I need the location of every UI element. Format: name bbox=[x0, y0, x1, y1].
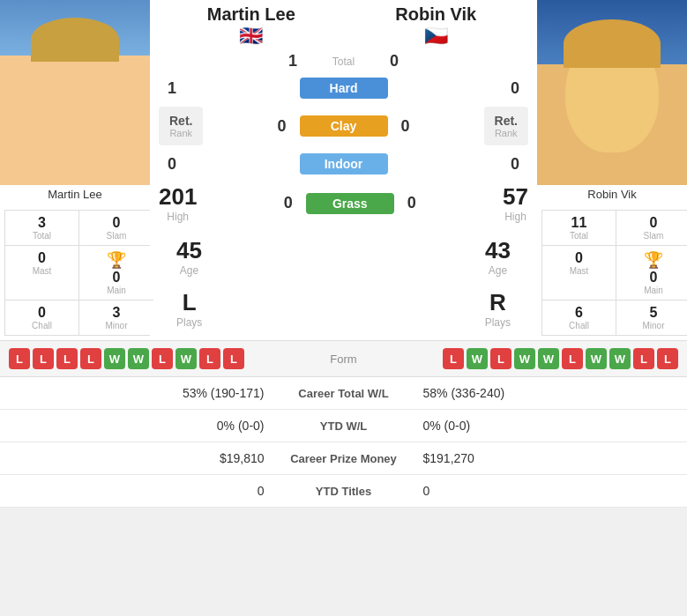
stat-left-1: 0% (0-0) bbox=[13, 419, 265, 433]
clay-center: 0 Clay 0 bbox=[269, 115, 419, 137]
left-form-badge-4: W bbox=[104, 348, 125, 369]
left-mast-cell: 0 Mast bbox=[5, 246, 79, 301]
left-trophy-icon: 🏆 bbox=[107, 250, 126, 270]
left-form-badge-8: L bbox=[199, 348, 220, 369]
left-form-badge-7: W bbox=[175, 348, 197, 369]
grass-left-score: 0 bbox=[275, 194, 302, 212]
hard-right-score: 0 bbox=[502, 79, 528, 98]
left-age-lbl: Age bbox=[176, 264, 202, 277]
main-container: Martin Lee 3 Total 0 Slam 0 Mast 🏆 0 bbox=[0, 0, 687, 508]
stats-section: 53% (190-171)Career Total W/L58% (336-24… bbox=[0, 377, 687, 508]
right-form-badge-2: L bbox=[490, 348, 512, 369]
right-high-lbl: High bbox=[503, 211, 528, 223]
clay-score-row: 0 Clay 0 bbox=[269, 115, 419, 137]
form-label: Form bbox=[309, 353, 379, 366]
right-player-panel: Robin Vik 11 Total 0 Slam 0 Mast 🏆 0 bbox=[537, 0, 687, 340]
right-slam-lbl: Slam bbox=[644, 231, 664, 241]
high-grass-row: 201 High 0 Grass 0 57 High bbox=[150, 177, 537, 229]
right-chall-lbl: Chall bbox=[569, 321, 589, 330]
indoor-row: 0 Indoor 0 bbox=[150, 151, 537, 177]
left-trophy-cell: 🏆 0 Main bbox=[79, 246, 153, 301]
right-form-badge-3: W bbox=[514, 348, 535, 369]
surface-scores: 1 Hard 0 Ret. Rank 0 Clay 0 bbox=[150, 75, 537, 340]
grass-center: 0 Grass 0 bbox=[275, 193, 425, 214]
indoor-left-score: 0 bbox=[159, 155, 185, 174]
left-slam-val: 0 bbox=[113, 215, 121, 231]
clay-right-score: 0 bbox=[392, 117, 419, 136]
left-plays-block: L Plays bbox=[176, 285, 202, 333]
left-form-badge-9: L bbox=[223, 348, 244, 369]
right-name-area: Robin Vik 🇨🇿 bbox=[344, 4, 529, 48]
right-minor-val: 5 bbox=[650, 305, 658, 321]
stat-row-1: 0% (0-0)YTD W/L0% (0-0) bbox=[0, 410, 687, 442]
stat-right-0: 58% (336-240) bbox=[423, 386, 675, 400]
right-form-badge-8: L bbox=[633, 348, 654, 369]
right-age-val: 43 bbox=[485, 237, 511, 264]
left-total-val: 3 bbox=[38, 215, 46, 231]
hard-surface-btn: Hard bbox=[300, 78, 388, 99]
left-player-name: Martin Lee bbox=[207, 4, 295, 25]
right-main-val: 0 bbox=[650, 270, 658, 286]
ret-rank-row: Ret. Rank 0 Clay 0 Ret. Rank bbox=[150, 101, 537, 151]
left-total-lbl: Total bbox=[33, 231, 51, 241]
left-chall-lbl: Chall bbox=[32, 321, 52, 330]
left-form-badge-3: L bbox=[80, 348, 101, 369]
left-form-badge-0: L bbox=[9, 348, 30, 369]
right-form-badge-0: L bbox=[443, 348, 464, 369]
left-form-badge-2: L bbox=[56, 348, 78, 369]
right-mast-cell: 0 Mast bbox=[542, 246, 616, 301]
right-age-block: 43 Age bbox=[485, 233, 511, 281]
left-main-lbl: Main bbox=[107, 286, 126, 295]
form-section: LLLLWWLWLL Form LWLWWLWWLL bbox=[0, 340, 687, 377]
left-main-val: 0 bbox=[113, 270, 121, 286]
indoor-surface-btn: Indoor bbox=[300, 153, 388, 174]
right-form-badge-1: W bbox=[467, 348, 488, 369]
right-chall-cell: 6 Chall bbox=[542, 301, 616, 335]
left-stats-grid: 3 Total 0 Slam 0 Mast 🏆 0 Main 0 bbox=[4, 210, 154, 336]
left-minor-cell: 3 Minor bbox=[79, 301, 153, 335]
players-layout: Martin Lee 3 Total 0 Slam 0 Mast 🏆 0 bbox=[0, 0, 687, 340]
plays-row: L Plays R Plays bbox=[150, 281, 537, 340]
stat-left-3: 0 bbox=[13, 484, 265, 498]
right-flag: 🇨🇿 bbox=[424, 25, 448, 48]
stat-right-1: 0% (0-0) bbox=[423, 419, 675, 433]
right-high-val: 57 bbox=[503, 183, 528, 211]
stat-row-0: 53% (190-171)Career Total W/L58% (336-24… bbox=[0, 377, 687, 410]
clay-surface-btn: Clay bbox=[300, 115, 388, 137]
right-form-badges: LWLWWLWWLL bbox=[379, 348, 679, 369]
left-mast-lbl: Mast bbox=[33, 266, 52, 276]
right-player-photo bbox=[537, 0, 687, 185]
stat-center-1: YTD W/L bbox=[265, 419, 423, 433]
left-slam-lbl: Slam bbox=[107, 231, 127, 241]
player-names-row: Martin Lee 🇬🇧 Robin Vik 🇨🇿 bbox=[150, 0, 537, 48]
right-form-badge-5: L bbox=[562, 348, 583, 369]
right-form-badge-9: L bbox=[657, 348, 678, 369]
left-form-badges: LLLLWWLWLL bbox=[9, 348, 309, 369]
left-ret-rank: Ret. Rank bbox=[159, 107, 203, 145]
stat-center-2: Career Prize Money bbox=[265, 452, 423, 465]
left-total-score: 1 bbox=[278, 52, 309, 71]
left-plays-lbl: Plays bbox=[176, 316, 202, 329]
right-trophy-cell: 🏆 0 Main bbox=[616, 246, 687, 301]
stat-center-3: YTD Titles bbox=[265, 485, 423, 498]
left-player-panel: Martin Lee 3 Total 0 Slam 0 Mast 🏆 0 bbox=[0, 0, 150, 340]
left-age-block: 45 Age bbox=[176, 233, 202, 281]
stat-right-2: $191,270 bbox=[423, 451, 675, 465]
right-player-name-below: Robin Vik bbox=[537, 185, 687, 205]
total-label: Total bbox=[309, 56, 379, 68]
stat-center-0: Career Total W/L bbox=[265, 387, 423, 400]
right-ret-lbl: Rank bbox=[495, 128, 518, 138]
left-chall-cell: 0 Chall bbox=[5, 301, 79, 335]
left-player-name-below: Martin Lee bbox=[0, 185, 150, 205]
hard-row: 1 Hard 0 bbox=[150, 75, 537, 101]
right-trophy-icon: 🏆 bbox=[644, 250, 663, 270]
left-ret-val: Ret. bbox=[169, 114, 192, 128]
right-slam-cell: 0 Slam bbox=[616, 211, 687, 246]
right-high-block: 57 High bbox=[503, 179, 528, 227]
right-chall-val: 6 bbox=[575, 305, 583, 321]
left-mast-val: 0 bbox=[38, 250, 46, 266]
right-ret-val: Ret. bbox=[495, 114, 518, 128]
right-form-badge-4: W bbox=[538, 348, 559, 369]
martin-photo-art bbox=[0, 0, 150, 185]
left-ret-lbl: Rank bbox=[169, 128, 192, 138]
